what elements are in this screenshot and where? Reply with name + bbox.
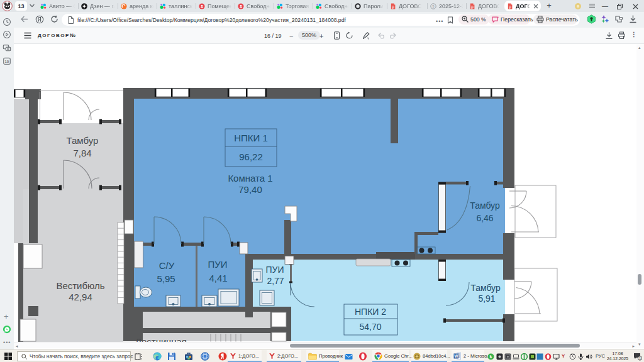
print-button[interactable]: Распечатать: [533, 14, 577, 25]
zoom-in-button[interactable]: +: [319, 32, 323, 40]
chevron-down-icon[interactable]: [29, 3, 35, 8]
scroll-left-arrow[interactable]: ◂: [16, 344, 18, 348]
download-icon[interactable]: [605, 31, 613, 40]
task-view-icon[interactable]: [135, 353, 143, 360]
close-tab-icon[interactable]: [533, 4, 538, 9]
taskbar-window-84dbd[interactable]: 84dbd10c4...: [411, 350, 447, 362]
tab-svobodno-2[interactable]: Свободно: [313, 0, 352, 12]
rotate-icon[interactable]: [345, 31, 353, 40]
horizontal-scrollbar[interactable]: ◂ ▸: [14, 342, 636, 348]
tab-counter[interactable]: 13: [15, 1, 27, 11]
tray-kaspersky-icon[interactable]: k: [487, 353, 494, 360]
opera-icon[interactable]: [358, 352, 367, 361]
taskbar-window-dogovor-1[interactable]: 1:ДОГО...: [228, 350, 262, 362]
clipper-extension-icon[interactable]: [614, 14, 624, 24]
print-icon[interactable]: [618, 31, 626, 40]
restore-button[interactable]: [617, 4, 623, 9]
tab-dogovor-2[interactable]: ДОГОВО: [467, 0, 502, 12]
room-label: Тамбур: [67, 135, 99, 146]
stars-extension-icon[interactable]: [601, 14, 610, 24]
add-panel-icon[interactable]: +: [4, 312, 13, 321]
screens-collect-icon[interactable]: [3, 43, 11, 52]
tray-opera-icon[interactable]: [545, 353, 552, 360]
profile-avatar[interactable]: [2, 1, 13, 11]
tray-green-app-icon[interactable]: [529, 353, 536, 360]
tab-title: Авито — О: [49, 3, 75, 9]
pdf-zoom-value[interactable]: 500%: [298, 31, 320, 40]
scroll-down-arrow[interactable]: ▾: [638, 342, 641, 346]
tray-app-icon[interactable]: [496, 353, 503, 360]
history-icon[interactable]: [3, 18, 11, 26]
tab-dogovor-1[interactable]: ДОГОВО: [387, 0, 427, 12]
start-button[interactable]: [4, 353, 12, 360]
scroll-right-arrow[interactable]: ▸: [632, 344, 635, 348]
pdf-more-icon[interactable]: ⋮: [631, 31, 637, 38]
fit-page-icon[interactable]: [333, 31, 341, 40]
floppy-save-icon[interactable]: [167, 352, 176, 361]
tab-arenda[interactable]: аренда ко: [118, 0, 157, 12]
url-more-icon[interactable]: •••: [436, 18, 443, 25]
back-icon[interactable]: [20, 15, 28, 23]
tray-camera-icon[interactable]: [504, 353, 511, 360]
vertical-scroll-thumb[interactable]: [638, 274, 641, 285]
taskbar-clock[interactable]: 17:08 24.12.2025: [604, 351, 631, 361]
scroll-up-arrow[interactable]: ▴: [638, 45, 641, 50]
tab-tallinski[interactable]: таллински: [157, 0, 196, 12]
tab-dzen[interactable]: Дзен — гла: [79, 0, 118, 12]
close-window-button[interactable]: [633, 4, 638, 9]
adblock-extension-icon[interactable]: [587, 14, 596, 24]
zoom-out-button[interactable]: −: [289, 32, 293, 40]
vertical-scrollbar[interactable]: ▴ ▾: [636, 44, 644, 348]
edge-icon[interactable]: [153, 352, 162, 361]
downloads-icon[interactable]: [628, 14, 638, 24]
taskbar-window-word[interactable]: W 2 - Microso...: [452, 350, 484, 362]
taskbar-button-label: 84dbd10c4...: [423, 353, 450, 359]
mail-icon[interactable]: [345, 353, 353, 361]
tab-torgovaya[interactable]: Торговая п: [274, 0, 313, 12]
tray-laptop-icon[interactable]: [513, 353, 519, 360]
language-indicator[interactable]: РУС: [596, 353, 605, 359]
menu-icon[interactable]: [589, 3, 596, 9]
notification-icon[interactable]: 1: [633, 353, 642, 361]
minimize-button[interactable]: —: [601, 3, 609, 9]
bookmark-icon[interactable]: [447, 16, 453, 24]
briefcase-icon[interactable]: [184, 352, 193, 361]
tray-volume-icon[interactable]: [586, 353, 592, 360]
taskbar-search[interactable]: Чтобы начать поиск, введите здесь запрос: [17, 351, 131, 361]
rail-more-icon[interactable]: •••: [3, 339, 12, 348]
whatsapp-icon[interactable]: [3, 325, 11, 334]
tab-avito[interactable]: Авито — О: [38, 0, 78, 12]
tray-clock-icon[interactable]: [569, 353, 576, 360]
undo-icon[interactable]: [377, 31, 386, 40]
taskbar-window-explorer[interactable]: Проводник: [306, 350, 339, 362]
tab-dogovor-active[interactable]: ДОГО: [504, 1, 541, 11]
tray-shield-icon[interactable]: [521, 353, 528, 360]
page-zoom-chip[interactable]: 500 %: [458, 14, 489, 25]
page-zoom-value: 500 %: [470, 16, 486, 23]
play-media-icon[interactable]: [3, 30, 11, 39]
yandex-search-icon[interactable]: [35, 15, 44, 24]
svg-text:W: W: [454, 354, 458, 358]
new-tab-button[interactable]: +: [545, 1, 553, 10]
tray-blue-app-icon[interactable]: [536, 353, 543, 360]
tab-passwords[interactable]: Пароли: [352, 0, 387, 12]
pdf-sidebar-icon[interactable]: [24, 32, 31, 39]
tab-title: Свободно: [325, 3, 349, 9]
tab-date-doc[interactable]: 2025-12-24: [428, 0, 466, 12]
tab-pomescheni[interactable]: Помещени: [196, 0, 235, 12]
tray-microphone-icon[interactable]: [578, 353, 584, 360]
tray-yandex-icon[interactable]: Y: [562, 353, 565, 359]
retell-button[interactable]: Пересказать: [488, 14, 530, 25]
globe-icon[interactable]: [201, 352, 209, 361]
taskbar-window-chrome[interactable]: Google Chr...: [372, 350, 409, 362]
tab-svobodno-1[interactable]: Свободно: [235, 0, 274, 12]
taskbar-window-dogovor-2[interactable]: 2:ДОГО...: [267, 350, 301, 362]
rewards-icon[interactable]: [574, 3, 582, 10]
calendar-icon[interactable]: 15: [3, 57, 11, 65]
tray-display-icon[interactable]: [553, 353, 560, 360]
yandex-browser-icon[interactable]: [218, 352, 227, 361]
horizontal-scroll-thumb[interactable]: [290, 344, 580, 348]
reload-icon[interactable]: [50, 15, 58, 23]
redo-icon[interactable]: [389, 31, 397, 40]
draw-icon[interactable]: [362, 31, 370, 40]
